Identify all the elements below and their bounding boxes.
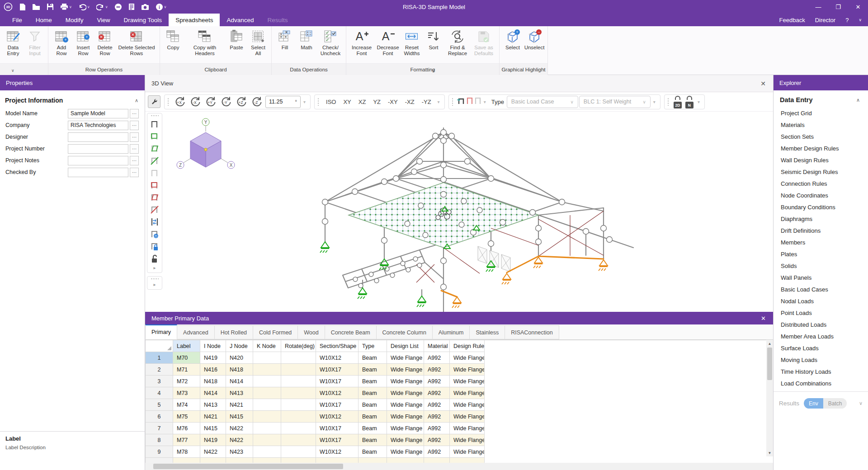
data-entry-button[interactable]: Data Entry (2, 28, 24, 57)
table-vertical-scrollbar[interactable]: ▲ ▼ (766, 340, 773, 456)
draw-braces-button[interactable] (149, 155, 160, 167)
draw-plates-button[interactable] (149, 130, 160, 142)
explorer-item-boundary-conditions[interactable]: Boundary Conditions (774, 201, 868, 213)
select-button[interactable]: +Select (502, 28, 524, 52)
company-input[interactable] (68, 121, 128, 130)
explorer-item-nodal-loads[interactable]: Nodal Loads (774, 295, 868, 307)
scroll-down-icon[interactable]: ▼ (766, 449, 773, 456)
feedback-link[interactable]: Feedback (779, 17, 805, 24)
collapse-section-icon[interactable]: ∧ (856, 97, 860, 103)
view-iso-button[interactable]: ISO (322, 95, 340, 108)
delete-plates-button[interactable] (149, 179, 160, 191)
explorer-item-member-area-loads[interactable]: Member Area Loads (774, 330, 868, 342)
rotation-angle-input[interactable]: 11.25 ° (265, 96, 301, 108)
view3d-close-icon[interactable]: ✕ (760, 80, 766, 87)
explorer-item-members[interactable]: Members (774, 236, 868, 248)
explorer-item-wall-design-rules[interactable]: Wall Design Rules (774, 154, 868, 166)
view-yz-button[interactable]: -YZ (418, 95, 435, 108)
table-panel-close-icon[interactable]: ✕ (761, 315, 766, 322)
draw-inactive-button[interactable] (149, 167, 160, 179)
table-row[interactable]: 6M75N421N415W10X12BeamWide FlangeA992Wid… (145, 411, 766, 423)
draw-members-button[interactable] (149, 118, 160, 130)
table-row[interactable]: 3M72N418N414W10X17BeamWide FlangeA992Wid… (145, 376, 766, 387)
rotate-z-button[interactable]: +Z (234, 95, 249, 108)
expand-tools-icon[interactable]: ▸ (153, 281, 156, 288)
lock-2d-button[interactable]: 2D (672, 95, 683, 108)
scrollbar-thumb[interactable] (767, 348, 772, 380)
copy-button[interactable]: Copy (162, 28, 184, 52)
save-selection-button[interactable] (149, 240, 160, 252)
maximize-button[interactable]: ❐ (828, 0, 848, 14)
load-case-dropdown-icon[interactable]: ▾ (651, 99, 657, 104)
table-row[interactable]: 9M78N422N423W10X12BeamWide FlangeA992Wid… (145, 446, 766, 458)
show-loads-icon[interactable] (457, 96, 465, 107)
add-row-button[interactable]: +Add Row (51, 28, 72, 57)
designer-input[interactable] (68, 132, 128, 142)
explorer-item-plates[interactable]: Plates (774, 248, 868, 260)
basic-load-case-select[interactable]: BLC 1: Self Weight∨ (579, 96, 651, 108)
explorer-item-node-coordinates[interactable]: Node Coordinates (774, 189, 868, 201)
explorer-item-load-combinations[interactable]: Load Combinations (774, 377, 868, 389)
column-header-design-list[interactable]: Design List (387, 340, 424, 352)
3d-model-viewport[interactable]: Y X Z (145, 93, 773, 312)
column-header-design-rule[interactable]: Design Rule (450, 340, 485, 352)
copy-with-headers-button[interactable]: Copy with Headers (184, 28, 226, 57)
column-header-k-node[interactable]: K Node (253, 340, 281, 352)
table-tab-wood[interactable]: Wood (298, 325, 325, 339)
column-header-j-node[interactable]: J Node (226, 340, 253, 352)
math-button[interactable]: + −× ÷Math (296, 28, 317, 52)
project-number-input[interactable] (68, 144, 128, 154)
sort-button[interactable]: Sort (423, 28, 444, 52)
tab-results[interactable]: Results (260, 14, 294, 26)
minimize-button[interactable]: — (808, 0, 828, 14)
tab-modify[interactable]: Modify (59, 14, 90, 26)
model-name-input[interactable] (68, 109, 128, 118)
table-tab-concrete-beam[interactable]: Concrete Beam (325, 325, 377, 339)
browse-button[interactable]: ··· (130, 156, 139, 165)
help-icon[interactable]: ? (845, 17, 849, 24)
table-tab-primary[interactable]: Primary (145, 324, 177, 339)
table-row[interactable]: 7M76N415N422W10X17BeamWide FlangeA992Wid… (145, 423, 766, 434)
expand-tools-icon[interactable]: ▸ (153, 264, 156, 271)
explorer-item-distributed-loads[interactable]: Distributed Loads (774, 319, 868, 330)
toolbar-drag-handle[interactable] (667, 98, 670, 106)
extend-members-button[interactable] (149, 216, 160, 228)
column-header-material[interactable]: Material (424, 340, 450, 352)
view-xz-button[interactable]: XZ (355, 95, 370, 108)
toolbar-drag-handle[interactable] (151, 115, 159, 117)
rotation-dropdown-icon[interactable]: ▾ (302, 99, 307, 104)
tab-advanced[interactable]: Advanced (220, 14, 260, 26)
select-all-button[interactable]: Select All (247, 28, 269, 57)
explorer-item-basic-load-cases[interactable]: Basic Load Cases (774, 283, 868, 295)
table-tab-hot-rolled[interactable]: Hot Rolled (215, 325, 253, 339)
hide-loads-icon[interactable] (475, 96, 481, 107)
browse-button[interactable]: ··· (130, 168, 139, 177)
explorer-item-moving-loads[interactable]: Moving Loads (774, 354, 868, 366)
fill-button[interactable]: ✕✕✕✕Fill (274, 28, 296, 52)
table-tab-aluminum[interactable]: Aluminum (433, 325, 470, 339)
column-header-section-shape[interactable]: Section/Shape (316, 340, 359, 352)
column-header-type[interactable]: Type (359, 340, 387, 352)
delete-row-button[interactable]: ✕Delete Row (94, 28, 116, 57)
explorer-item-time-history-loads[interactable]: Time History Loads (774, 366, 868, 377)
toolbar-drag-handle[interactable] (167, 98, 170, 106)
column-header-label[interactable]: Label (173, 340, 200, 352)
reset-widths-button[interactable]: Reset Widths (401, 28, 423, 57)
explorer-item-wall-panels[interactable]: Wall Panels (774, 272, 868, 283)
check-uncheck-button[interactable]: Check/ Uncheck (317, 28, 344, 57)
decrease-font-button[interactable]: ADecrease Font (375, 28, 401, 57)
table-horizontal-scrollbar[interactable] (145, 463, 773, 470)
insert-row-button[interactable]: +Insert Row (72, 28, 94, 57)
table-tab-cold-formed[interactable]: Cold Formed (253, 325, 298, 339)
browse-button[interactable]: ··· (130, 121, 139, 130)
toolbar-drag-handle[interactable] (151, 278, 159, 280)
member-settings-button[interactable] (149, 228, 160, 240)
explorer-item-diaphragms[interactable]: Diaphragms (774, 213, 868, 225)
table-tab-stainless[interactable]: Stainless (470, 325, 505, 339)
rotate-x-button[interactable]: -X (188, 95, 203, 108)
rotate-x-button[interactable]: +X (172, 95, 188, 108)
draw-wall-panels-button[interactable] (149, 142, 160, 155)
view-settings-button[interactable] (148, 95, 160, 108)
tab-view[interactable]: View (90, 14, 117, 26)
dropdown-icon[interactable]: ∨ (432, 68, 435, 73)
